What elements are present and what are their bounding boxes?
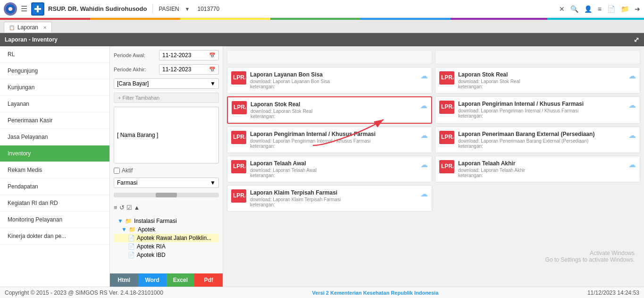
report-download-icon-r6[interactable]: ☁ [628,131,636,140]
sidebar-item-kunjungan[interactable]: Kunjungan [0,79,109,96]
report-title-r5: Laporan Pengiriman Internal / Khusus Far… [250,131,417,137]
patient-id: 1013770 [197,6,219,12]
sidebar-item-pengunjung[interactable]: Pengunjung [0,63,109,79]
tree-item-label-0: Instalasi Farmasi [134,218,177,224]
report-icon-r8: LPRAN [439,160,454,173]
filter-tambahan-label[interactable]: + Filter Tambahan [114,93,219,103]
report-download-r3: download: Laporan Stok Real [251,109,416,114]
unit-value: Farmasi [117,179,137,186]
sidebar-item-monitoring-pelayanan[interactable]: Monitoring Pelayanan [0,212,109,228]
report-download-icon-r7[interactable]: ☁ [420,160,428,169]
tree-item-instalasi-farmasi[interactable]: ▼ 📁 Instalasi Farmasi [114,217,219,225]
report-download-icon-r3[interactable]: ☁ [420,101,427,110]
report-download-r9: download: Laporan Klaim Terpisah Farmasi [250,197,417,202]
search-icon[interactable]: 🔍 [570,5,578,13]
report-keterangan-r3: keterangan: [251,114,416,119]
tree-expand-icon-0: ▼ [117,218,123,224]
tree-item-apotek-rawat-jalan[interactable]: 📄 Apotek Rawat Jalan Poliklin... [114,234,219,242]
svg-rect-4 [34,8,41,10]
sidebar-item-jasa-pelayanan[interactable]: Jasa Pelayanan [0,129,109,145]
report-download-r7: download: Laporan Telaah Awal [250,168,417,173]
export-word-button[interactable]: Word [138,273,167,287]
report-title-r3: Laporan Stok Real [251,101,416,108]
unit-dropdown-icon: ▼ [210,179,216,186]
tab-close-icon[interactable]: ✕ [43,25,47,30]
report-card-r5[interactable]: LPRAN Laporan Pengiriman Internal / Khus… [227,127,432,153]
sidebar-item-pendapatan[interactable]: Pendapatan [0,179,109,195]
content-area: LPRAN Laporan Layanan Bon Sisa download:… [223,46,644,287]
main-layout: RL Pengunjung Kunjungan Layanan Penerima… [0,46,644,287]
footer-version: Versi 2 Kementerian Kesehatan Republik I… [312,290,439,296]
tree-item-apotek-ibd[interactable]: 📄 Apotek IBD [114,251,219,259]
export-html-button[interactable]: Html [110,273,138,287]
calendar-icon-2[interactable]: 📅 [209,67,216,73]
report-card-r8[interactable]: LPRAN Laporan Telaah Akhir download: Lap… [435,156,640,182]
tree-toolbar-refresh-icon[interactable]: ↺ [119,204,125,211]
periode-awal-value: 11-12-2023 [162,52,191,59]
logout-icon[interactable]: ➜ [635,5,640,13]
unit-select[interactable]: Farmasi ▼ [114,178,219,188]
close-icon[interactable]: ✕ [559,5,565,13]
report-download-icon-r4[interactable]: ☁ [628,101,636,110]
report-body-r3: Laporan Stok Real download: Laporan Stok… [251,101,416,119]
svg-point-1 [8,7,12,11]
footer-datetime: 11/12/2023 14:24:53 [587,289,639,296]
tree-item-apotek-ria[interactable]: 📄 Apotek RIA [114,242,219,251]
tree-item-apotek[interactable]: ▼ 📁 Apotek [114,225,219,234]
report-card-r7[interactable]: LPRAN Laporan Telaah Awal download: Lapo… [227,156,432,182]
report-card-r1[interactable]: LPRAN Laporan Layanan Bon Sisa download:… [227,67,432,94]
report-card-r0a[interactable] [227,50,432,64]
nama-barang-input[interactable]: [ Nama Barang ] [114,107,219,163]
folder-icon[interactable]: 📁 [621,5,629,13]
sidebar-item-penerimaan-kasir[interactable]: Penerimaan Kasir [0,112,109,129]
tree-toolbar-list-icon[interactable]: ≡ [114,204,117,211]
svg-text:LPRAN: LPRAN [234,104,246,111]
pasien-dropdown[interactable]: ▼ [185,6,190,12]
report-download-icon-r5[interactable]: ☁ [420,131,428,140]
report-card-r9[interactable]: LPRAN Laporan Klaim Terpisah Farmasi dow… [227,185,432,212]
sidebar-item-kinerja-dokter[interactable]: Kinerja dokter dan pe... [0,228,109,245]
periode-akhir-input[interactable]: 11-12-2023 📅 [159,64,219,75]
tree-toolbar-collapse-icon[interactable]: ▲ [134,204,140,211]
report-download-icon-r8[interactable]: ☁ [628,160,636,169]
report-download-icon-r2[interactable]: ☁ [628,71,636,80]
user-add-icon[interactable]: 👤 [584,5,592,13]
report-icon-r7: LPRAN [231,160,246,173]
section-expand-icon[interactable]: ⤢ [634,36,639,43]
aktif-checkbox[interactable] [114,168,120,174]
section-header: Laporan - Inventory ⤢ [0,33,644,46]
report-card-r4[interactable]: LPRAN Laporan Pengiriman Internal / Khus… [435,96,640,124]
report-download-icon-r1[interactable]: ☁ [420,71,428,80]
document-icon[interactable]: 📄 [607,5,615,13]
report-download-icon-r9[interactable]: ☁ [420,189,428,198]
report-card-r2[interactable]: LPRAN Laporan Stok Real download: Lapora… [435,67,640,94]
periode-awal-input[interactable]: 11-12-2023 📅 [159,50,219,60]
sidebar-item-inventory[interactable]: Inventory [0,145,109,162]
report-body-r4: Laporan Pengiriman Internal / Khusus Far… [458,101,625,119]
hamburger-menu[interactable]: ☰ [21,4,27,13]
footer-copyright: Copyright © 2015 - 2023 @ SIMGOS RS Ver.… [5,289,163,296]
tree-item-label-1: Apotek [138,226,155,233]
sidebar-item-layanan[interactable]: Layanan [0,96,109,112]
report-card-r0b[interactable] [435,50,640,64]
sidebar-item-kegiatan-ri-rd[interactable]: Kegiatan RI dan RD [0,195,109,212]
report-keterangan-r1: keterangan: [250,84,417,89]
topbar-icons: ✕ 🔍 👤 ≡ 📄 📁 ➜ [559,5,640,13]
tree-toolbar-check-icon[interactable]: ☑ [126,204,132,211]
report-keterangan-r6: keterangan: [458,144,625,149]
tree-file-icon-4: 📄 [128,252,135,258]
list-icon[interactable]: ≡ [598,5,602,13]
tabbar: 📋 Laporan ✕ [0,20,644,33]
sidebar-item-rl[interactable]: RL [0,46,109,63]
report-card-r3[interactable]: LPRAN Laporan Stok Real download: Lapora… [227,96,432,124]
export-pdf-button[interactable]: Pdf [194,273,223,287]
export-excel-button[interactable]: Excel [167,273,195,287]
tab-laporan[interactable]: 📋 Laporan ✕ [4,22,52,33]
report-title-r9: Laporan Klaim Terpisah Farmasi [250,189,417,196]
svg-text:LPRAN: LPRAN [233,74,245,81]
cara-bayar-select[interactable]: [Cara Bayar] ▼ [114,78,219,89]
report-card-r6[interactable]: LPRAN Laporan Penerimaan Barang External… [435,127,640,153]
sidebar-item-rekam-medis[interactable]: Rekam Medis [0,162,109,179]
svg-text:LPRAN: LPRAN [441,134,453,140]
calendar-icon-1[interactable]: 📅 [209,52,216,59]
